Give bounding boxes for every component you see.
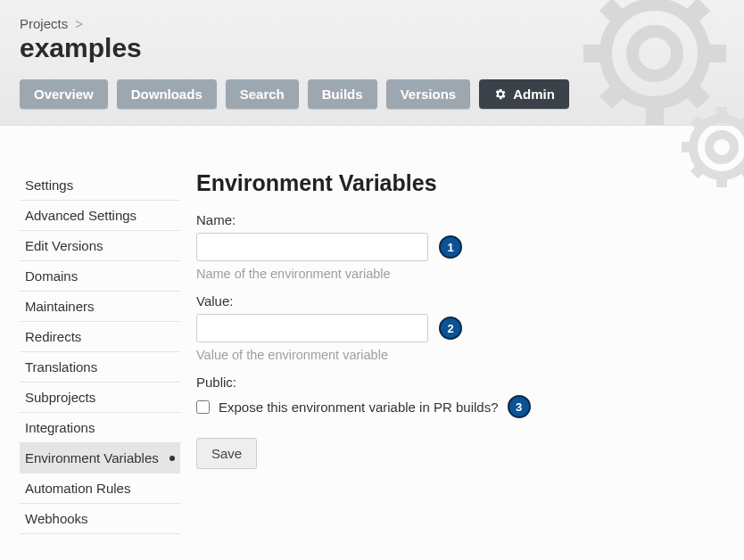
sidebar-item-environment-variables[interactable]: Environment Variables: [20, 443, 180, 474]
sidebar-item-domains[interactable]: Domains: [20, 261, 180, 292]
tab-bar: Overview Downloads Search Builds Version…: [20, 79, 724, 109]
sidebar-item-label: Subprojects: [25, 390, 95, 405]
active-bullet-icon: [169, 456, 175, 461]
admin-sidebar: Settings Advanced Settings Edit Versions…: [20, 170, 180, 534]
name-help: Name of the environment variable: [196, 267, 724, 281]
sidebar-item-advanced-settings[interactable]: Advanced Settings: [20, 201, 180, 231]
gear-icon: [493, 87, 507, 101]
public-checkbox-label[interactable]: Expose this environment variable in PR b…: [219, 399, 499, 415]
sidebar-item-settings[interactable]: Settings: [20, 170, 180, 201]
svg-line-16: [694, 119, 701, 127]
value-label: Value:: [196, 293, 724, 309]
sidebar-item-label: Edit Versions: [25, 238, 103, 253]
public-label: Public:: [196, 375, 724, 390]
sidebar-item-label: Automation Rules: [25, 481, 130, 496]
tab-admin[interactable]: Admin: [479, 79, 569, 109]
main-panel: Environment Variables Name: 1 Name of th…: [196, 170, 724, 534]
tab-admin-label: Admin: [513, 86, 555, 102]
sidebar-item-automation-rules[interactable]: Automation Rules: [20, 474, 180, 504]
sidebar-item-edit-versions[interactable]: Edit Versions: [20, 231, 180, 261]
callout-1: 1: [439, 235, 462, 259]
value-help: Value of the environment variable: [196, 348, 724, 362]
sidebar-item-integrations[interactable]: Integrations: [20, 413, 180, 443]
tab-builds[interactable]: Builds: [308, 79, 377, 109]
project-title: examples: [20, 33, 724, 63]
breadcrumb-root-link[interactable]: Projects: [20, 16, 68, 31]
sidebar-item-label: Translations: [25, 359, 97, 375]
tab-versions[interactable]: Versions: [386, 79, 471, 109]
sidebar-item-label: Redirects: [25, 329, 81, 344]
sidebar-item-translations[interactable]: Translations: [20, 352, 180, 383]
callout-2: 2: [439, 317, 462, 340]
callout-3: 3: [508, 395, 531, 418]
name-label: Name:: [196, 212, 724, 227]
sidebar-item-maintainers[interactable]: Maintainers: [20, 292, 180, 322]
sidebar-item-label: Environment Variables: [25, 450, 159, 465]
header: Projects > examples Overview Downloads S…: [0, 0, 744, 126]
sidebar-item-label: Domains: [25, 268, 78, 284]
sidebar-item-redirects[interactable]: Redirects: [20, 322, 180, 352]
value-input[interactable]: [196, 314, 428, 342]
sidebar-item-label: Advanced Settings: [25, 208, 136, 223]
breadcrumb: Projects >: [20, 16, 724, 31]
tab-downloads[interactable]: Downloads: [117, 79, 217, 109]
sidebar-item-label: Webhooks: [25, 511, 88, 526]
sidebar-item-label: Maintainers: [25, 299, 95, 314]
save-button[interactable]: Save: [196, 438, 257, 469]
name-input[interactable]: [196, 233, 428, 261]
sidebar-item-subprojects[interactable]: Subprojects: [20, 383, 180, 413]
tab-search[interactable]: Search: [226, 79, 299, 109]
tab-overview[interactable]: Overview: [20, 79, 108, 109]
sidebar-item-webhooks[interactable]: Webhooks: [20, 504, 180, 534]
sidebar-item-label: Settings: [25, 177, 73, 193]
breadcrumb-separator: >: [75, 16, 83, 31]
page-title: Environment Variables: [196, 170, 724, 196]
sidebar-item-label: Integrations: [25, 420, 95, 435]
public-checkbox[interactable]: [196, 400, 210, 414]
